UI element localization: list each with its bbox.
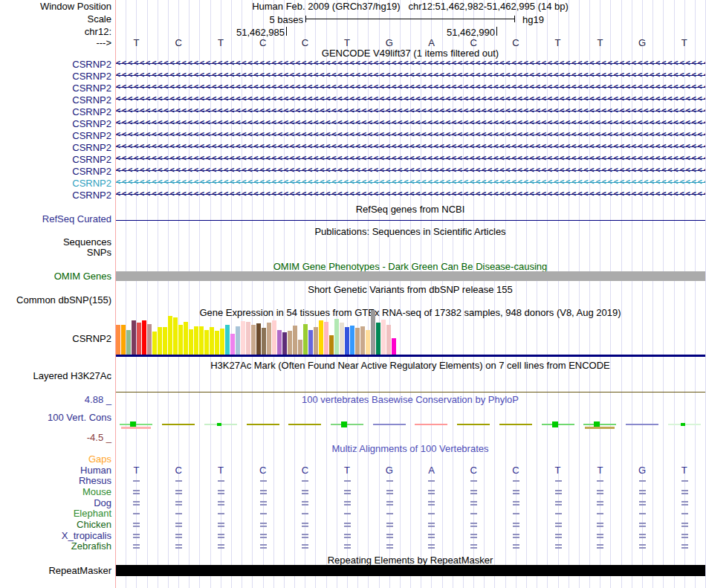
gtex-bar[interactable] — [329, 335, 334, 355]
gtex-bar[interactable] — [147, 324, 152, 355]
gtex-bar[interactable] — [251, 325, 256, 355]
gtex-bar[interactable] — [366, 330, 370, 355]
snps-label[interactable]: SNPs — [0, 248, 111, 257]
gene-label[interactable]: CSRNP2 — [0, 59, 111, 69]
common-dbsnp-label[interactable]: Common dbSNP(155) — [0, 295, 111, 305]
refseq-curated-line[interactable] — [115, 220, 705, 221]
species-label[interactable]: Gaps — [0, 454, 111, 464]
species-label[interactable]: Human — [0, 465, 111, 475]
species-label[interactable]: Dog — [0, 498, 111, 508]
gene-row[interactable]: <<<<<<<<<<<<<<<<<<<<<<<<<<<<<<<<<<<<<<<<… — [116, 167, 705, 174]
gene-label[interactable]: CSRNP2 — [0, 131, 111, 140]
gene-row[interactable]: <<<<<<<<<<<<<<<<<<<<<<<<<<<<<<<<<<<<<<<<… — [116, 71, 705, 79]
gene-label[interactable]: CSRNP2 — [0, 167, 111, 176]
species-label[interactable]: Mouse — [0, 487, 111, 497]
gtex-bar[interactable] — [381, 320, 386, 355]
gtex-bar[interactable] — [303, 324, 308, 355]
species-label[interactable]: Rhesus — [0, 476, 111, 485]
gtex-bar[interactable] — [236, 326, 240, 355]
refseq-curated-label[interactable]: RefSeq Curated — [0, 214, 111, 224]
gtex-bar[interactable] — [241, 321, 245, 355]
gtex-bar[interactable] — [210, 327, 214, 355]
gene-label[interactable]: CSRNP2 — [0, 190, 111, 200]
gtex-bar[interactable] — [360, 326, 365, 355]
gtex-bar[interactable] — [189, 329, 193, 355]
gtex-bar[interactable] — [158, 327, 162, 355]
repeatmasker-bar[interactable] — [116, 565, 705, 576]
gtex-bar[interactable] — [371, 310, 375, 355]
gtex-bar[interactable] — [376, 323, 380, 355]
gene-row[interactable]: <<<<<<<<<<<<<<<<<<<<<<<<<<<<<<<<<<<<<<<<… — [116, 143, 705, 150]
gtex-bar[interactable] — [334, 319, 339, 355]
gtex-bar[interactable] — [137, 323, 141, 355]
gene-row[interactable]: <<<<<<<<<<<<<<<<<<<<<<<<<<<<<<<<<<<<<<<<… — [116, 155, 705, 162]
gene-label[interactable]: CSRNP2 — [0, 83, 111, 93]
gene-row[interactable]: <<<<<<<<<<<<<<<<<<<<<<<<<<<<<<<<<<<<<<<<… — [116, 83, 705, 91]
gtex-bar[interactable] — [121, 325, 126, 355]
gene-label[interactable]: CSRNP2 — [0, 143, 111, 152]
gene-row[interactable]: <<<<<<<<<<<<<<<<<<<<<<<<<<<<<<<<<<<<<<<<… — [116, 119, 705, 126]
sequences-label[interactable]: Sequences — [0, 237, 111, 247]
gene-row[interactable]: <<<<<<<<<<<<<<<<<<<<<<<<<<<<<<<<<<<<<<<<… — [116, 131, 705, 138]
gtex-bar[interactable] — [142, 320, 146, 355]
gtex-bar[interactable] — [288, 331, 292, 355]
gene-row[interactable]: <<<<<<<<<<<<<<<<<<<<<<<<<<<<<<<<<<<<<<<<… — [116, 107, 705, 114]
gtex-bar[interactable] — [314, 327, 318, 355]
gene-row[interactable]: <<<<<<<<<<<<<<<<<<<<<<<<<<<<<<<<<<<<<<<<… — [116, 59, 705, 67]
gtex-bar[interactable] — [324, 322, 328, 355]
layered-h3k27ac-label[interactable]: Layered H3K27Ac — [0, 371, 111, 381]
species-label[interactable]: X_tropicalis — [0, 531, 111, 540]
gtex-bar[interactable] — [126, 330, 131, 355]
gtex-bar[interactable] — [262, 328, 266, 355]
gtex-bar[interactable] — [319, 320, 323, 355]
gtex-bar[interactable] — [184, 322, 188, 355]
gtex-bar[interactable] — [277, 330, 282, 355]
gtex-gene-label[interactable]: CSRNP2 — [0, 334, 111, 343]
gene-row[interactable]: <<<<<<<<<<<<<<<<<<<<<<<<<<<<<<<<<<<<<<<<… — [116, 190, 705, 198]
gtex-bar[interactable] — [345, 327, 349, 355]
gtex-bar[interactable] — [132, 320, 136, 355]
gtex-bar[interactable] — [246, 322, 250, 355]
gtex-bar[interactable] — [308, 330, 313, 355]
gtex-bar[interactable] — [392, 338, 396, 355]
gene-row[interactable]: <<<<<<<<<<<<<<<<<<<<<<<<<<<<<<<<<<<<<<<<… — [116, 95, 705, 103]
gtex-bar[interactable] — [116, 325, 120, 355]
species-label[interactable]: Zebrafish — [0, 541, 111, 551]
gtex-bar[interactable] — [225, 325, 230, 355]
gene-label[interactable]: CSRNP2 — [0, 95, 111, 105]
gtex-bar[interactable] — [152, 332, 157, 355]
gtex-bar[interactable] — [178, 325, 183, 355]
gtex-bar[interactable] — [230, 334, 235, 355]
gtex-bar[interactable] — [282, 332, 287, 355]
repeatmasker-label[interactable]: RepeatMasker — [0, 566, 111, 575]
gene-row[interactable]: <<<<<<<<<<<<<<<<<<<<<<<<<<<<<<<<<<<<<<<<… — [116, 178, 705, 186]
species-label[interactable]: Elephant — [0, 508, 111, 518]
omim-genes-bar[interactable] — [115, 271, 705, 281]
gene-label[interactable]: CSRNP2 — [0, 178, 111, 188]
gene-label[interactable]: CSRNP2 — [0, 107, 111, 117]
vert-cons-label[interactable]: 100 Vert. Cons — [0, 413, 111, 422]
gene-label[interactable]: CSRNP2 — [0, 119, 111, 129]
gtex-bar[interactable] — [220, 329, 224, 355]
gtex-bar[interactable] — [386, 325, 391, 355]
gtex-bar[interactable] — [168, 316, 172, 355]
gtex-bar[interactable] — [272, 320, 276, 355]
publications-title: Publications: Sequences in Scientific Ar… — [115, 227, 705, 236]
species-label[interactable]: Chicken — [0, 520, 111, 529]
omim-genes-label[interactable]: OMIM Genes — [0, 271, 111, 281]
gtex-bar[interactable] — [163, 327, 167, 355]
gtex-bar[interactable] — [173, 317, 178, 355]
gene-label[interactable]: CSRNP2 — [0, 155, 111, 164]
gtex-bar[interactable] — [298, 340, 302, 355]
gene-label[interactable]: CSRNP2 — [0, 71, 111, 81]
gtex-bar[interactable] — [293, 326, 297, 355]
gtex-bar[interactable] — [340, 323, 344, 355]
gtex-bar[interactable] — [256, 323, 261, 355]
gtex-bar[interactable] — [355, 328, 360, 355]
gtex-bar[interactable] — [199, 326, 204, 355]
gtex-bar[interactable] — [215, 331, 219, 355]
gtex-bar[interactable] — [194, 326, 198, 355]
gtex-bar[interactable] — [267, 323, 271, 355]
gtex-bar[interactable] — [350, 326, 354, 355]
gtex-bar[interactable] — [204, 330, 209, 355]
